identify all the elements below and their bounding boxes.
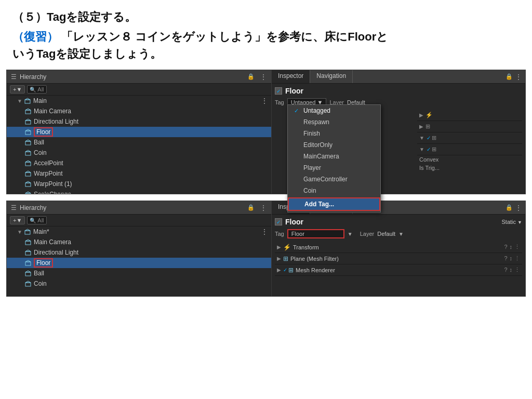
arrow-icon: ▶	[277, 267, 281, 273]
svg-marker-25	[25, 250, 31, 251]
svg-rect-14	[25, 172, 31, 176]
add-btn-2[interactable]: +▼	[10, 216, 25, 224]
hierarchy-title-1: Hierarchy	[20, 73, 46, 81]
dd-item-coin[interactable]: Coin	[288, 185, 380, 196]
tag-value-dropdown-2[interactable]: Floor	[287, 229, 344, 238]
cube-icon	[24, 259, 32, 267]
cube-icon	[24, 118, 32, 125]
dd-item-player[interactable]: Player	[288, 162, 380, 174]
cube-icon	[24, 149, 32, 156]
unity-panel-1: ☰ Hierarchy 🔒 ⋮ +▼ 🔍 All ▼	[6, 70, 526, 194]
comp-mesh-filter-2: ▶ ⊞ Plane (Mesh Filter) ? ↕ ⋮	[275, 253, 522, 264]
hierarchy-header-2: ☰ Hierarchy 🔒 ⋮	[7, 201, 271, 215]
svg-rect-2	[25, 110, 31, 114]
h-label: Main	[33, 97, 47, 104]
search-icon-2: 🔍	[30, 218, 36, 223]
hierarchy-panel-2: ☰ Hierarchy 🔒 ⋮ +▼ 🔍 All ▼	[7, 201, 272, 296]
search-label-1: All	[37, 86, 44, 92]
add-btn-1[interactable]: +▼	[10, 85, 25, 94]
inspector-panel-1: Inspector Navigation 🔒 ⋮ ✓ Floor Tag Unt…	[272, 70, 525, 194]
header-line3: いうTagを設定しましょう。	[12, 47, 162, 60]
h-label: AccelPoint	[34, 159, 63, 167]
dots-btn[interactable]: ⋮	[261, 97, 268, 105]
h-item-scalechange-1[interactable]: ScaleChange	[7, 189, 271, 194]
svg-rect-4	[25, 121, 31, 124]
inspector-tabs-1: Inspector Navigation 🔒 ⋮	[272, 70, 525, 84]
dd-item-addtag[interactable]: Add Tag...	[288, 197, 380, 211]
comp-mesh-renderer-2: ▶ ✓ ⊞ Mesh Renderer ? ↕ ⋮	[275, 264, 522, 276]
svg-marker-9	[25, 140, 31, 141]
meshfilter-name: Plane (Mesh Filter)	[290, 256, 504, 262]
h-item-dirlight-1[interactable]: Directional Light	[7, 116, 271, 127]
inspector-panel-2: Inspector Navigation 🔒 ⋮ ✓ Floor Static …	[272, 201, 525, 296]
svg-rect-26	[25, 262, 31, 265]
renderer-icon: ⊞	[288, 267, 294, 274]
cube-icon	[24, 238, 32, 246]
cube-icon	[24, 108, 32, 115]
h-item-main-2[interactable]: ▼ Main* ⋮	[7, 227, 271, 237]
header-line1: （５）Tagを設定する。	[0, 0, 532, 28]
more-icon-1: ⋮	[260, 73, 267, 81]
svg-marker-1	[25, 98, 30, 100]
h-item-floor-1[interactable]: Floor	[7, 127, 271, 137]
dd-item-editoronly[interactable]: EditorOnly	[288, 139, 380, 151]
dd-item-finish[interactable]: Finish	[288, 128, 380, 139]
cube-icon	[24, 180, 32, 188]
h-item-ball-1[interactable]: Ball	[7, 137, 271, 148]
floor-label-highlighted-2: Floor	[34, 258, 53, 268]
svg-rect-6	[25, 131, 31, 135]
transform-name: Transform	[293, 244, 504, 250]
navigation-tab-1[interactable]: Navigation	[310, 70, 353, 83]
hierarchy-panel-1: ☰ Hierarchy 🔒 ⋮ +▼ 🔍 All ▼	[7, 70, 272, 194]
h-item-floor-2[interactable]: Floor	[7, 258, 271, 268]
h-label: Main Camera	[34, 238, 71, 246]
svg-marker-21	[25, 229, 30, 231]
dd-item-maincamera[interactable]: MainCamera	[288, 151, 380, 162]
comp-row-m1: ▼ ✓ ⊞	[417, 132, 522, 144]
h-item-accelpoint-1[interactable]: AccelPoint	[7, 158, 271, 168]
inspector-content-2: ✓ Floor Static ▼ Tag Floor ▼ Layer Defau…	[272, 215, 525, 296]
arrow-icon: ▶	[277, 256, 281, 261]
h-item-coin-1[interactable]: Coin	[7, 148, 271, 158]
h-item-maincamera-1[interactable]: Main Camera	[7, 106, 271, 116]
sort-icon: ↕	[510, 244, 513, 250]
h-item-coin-2[interactable]: Coin	[7, 278, 271, 289]
arrow-icon: ▶	[277, 244, 281, 250]
inspector-content-1: ✓ Floor Tag Untagged ▼ Layer Default ✓ U…	[272, 84, 525, 194]
more-icon-2: ⋮	[260, 204, 267, 212]
cube-icon	[24, 228, 31, 235]
svg-marker-3	[25, 109, 31, 110]
object-checkbox-2[interactable]: ✓	[275, 218, 282, 225]
tag-dropdown-menu-1: ✓ Untagged Respawn Finish EditorOnly	[287, 104, 381, 212]
convex-label: Convex	[419, 156, 438, 163]
h-item-warppoint2-1[interactable]: WarpPoint (1)	[7, 179, 271, 189]
arrow-icon: ▼	[419, 135, 424, 141]
unity-panel-2: ☰ Hierarchy 🔒 ⋮ +▼ 🔍 All ▼	[6, 201, 526, 297]
h-item-main-1[interactable]: ▼ Main ⋮	[7, 96, 271, 106]
comp-row-p: ▶ ⊞	[417, 121, 522, 132]
svg-rect-20	[25, 231, 30, 234]
dd-item-untagged[interactable]: ✓ Untagged	[288, 105, 380, 116]
h-item-warppoint-1[interactable]: WarpPoint	[7, 168, 271, 179]
object-checkbox-1[interactable]: ✓	[275, 87, 282, 95]
h-item-dirlight-2[interactable]: Directional Light	[7, 247, 271, 258]
hierarchy-title-2: Hierarchy	[20, 204, 46, 211]
h-item-ball-2[interactable]: Ball	[7, 268, 271, 278]
tag-label-1: Tag	[275, 99, 284, 105]
dd-item-respawn[interactable]: Respawn	[288, 116, 380, 128]
hierarchy-items-2: ▼ Main* ⋮ Main Camera	[7, 227, 271, 296]
svg-marker-7	[25, 129, 31, 131]
dots-btn-2[interactable]: ⋮	[261, 228, 268, 236]
comp-transform-2: ▶ ⚡ Transform ? ↕ ⋮	[275, 242, 522, 253]
meshrenderer-name: Mesh Renderer	[296, 267, 504, 273]
lock-icon-1: 🔒	[247, 73, 255, 80]
h-label: Main*	[33, 228, 49, 235]
dd-item-gamecontroller[interactable]: GameController	[288, 174, 380, 185]
dots-icon: ⋮	[514, 267, 520, 273]
header-accent: （復習）	[12, 30, 58, 43]
h-item-maincamera-2[interactable]: Main Camera	[7, 237, 271, 247]
dots-icon: ⋮	[514, 255, 520, 262]
lock-icon-insp-1: 🔒	[506, 73, 513, 80]
h-label: Coin	[34, 280, 47, 287]
inspector-tab-1[interactable]: Inspector	[272, 70, 310, 83]
